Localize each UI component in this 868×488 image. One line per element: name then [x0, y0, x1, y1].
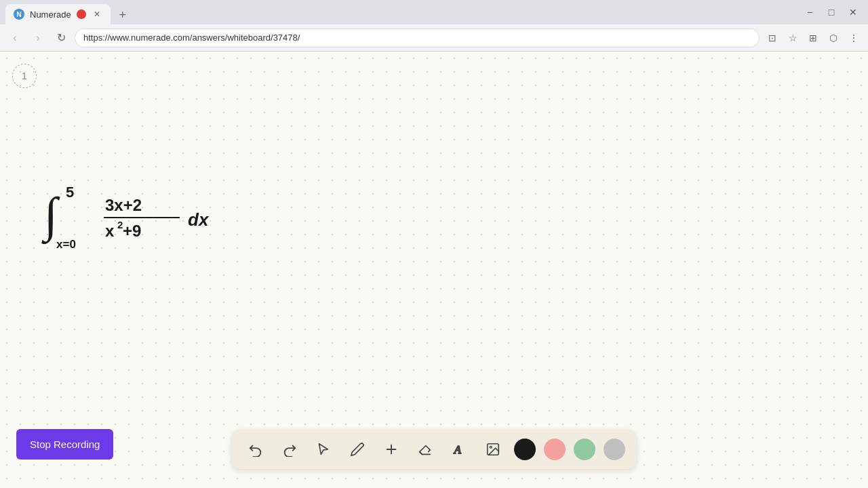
text-tool-button[interactable]: A	[446, 436, 472, 462]
forward-button[interactable]: ›	[28, 28, 47, 47]
url-bar[interactable]: https://www.numerade.com/answers/whitebo…	[75, 28, 760, 47]
pencil-tool-button[interactable]	[344, 436, 370, 462]
whiteboard-canvas[interactable]: 1 ∫ 5 x=0 3x+2 x 2 +9 dx	[0, 52, 868, 488]
menu-icon[interactable]: ⋮	[845, 29, 863, 47]
window-controls: − □ ✕	[800, 3, 863, 22]
svg-text:∫: ∫	[41, 188, 60, 245]
eraser-tool-button[interactable]	[412, 436, 438, 462]
browser-frame: N Numerade ✕ + − □ ✕ ‹ › ↻ https://www.n…	[0, 0, 868, 488]
extension-icon[interactable]: ⬡	[825, 29, 842, 47]
svg-text:dx: dx	[188, 209, 210, 230]
image-tool-button[interactable]	[480, 436, 506, 462]
tab-favicon: N	[14, 9, 24, 20]
url-text: https://www.numerade.com/answers/whitebo…	[83, 33, 751, 43]
tab-title: Numerade	[30, 9, 71, 20]
back-button[interactable]: ‹	[5, 28, 24, 47]
active-tab[interactable]: N Numerade ✕	[5, 4, 111, 24]
color-pink[interactable]	[544, 439, 566, 460]
tab-close-button[interactable]: ✕	[92, 9, 102, 20]
new-tab-button[interactable]: +	[113, 5, 132, 24]
maximize-button[interactable]: □	[822, 3, 841, 22]
title-bar: N Numerade ✕ + − □ ✕	[0, 0, 868, 24]
redo-button[interactable]	[277, 436, 302, 462]
svg-text:3x+2: 3x+2	[105, 196, 142, 214]
cast-icon[interactable]: ⊡	[764, 29, 781, 47]
math-formula: ∫ 5 x=0 3x+2 x 2 +9 dx	[37, 177, 241, 261]
svg-text:+9: +9	[123, 222, 141, 240]
minimize-button[interactable]: −	[800, 3, 819, 22]
svg-text:A: A	[454, 443, 462, 456]
select-icon	[316, 442, 331, 457]
recording-dot	[77, 9, 86, 19]
add-icon	[384, 442, 399, 457]
tab-bar: N Numerade ✕ +	[5, 0, 132, 24]
text-icon: A	[452, 442, 467, 457]
color-black[interactable]	[514, 439, 536, 460]
undo-button[interactable]	[243, 436, 269, 462]
bookmark-icon[interactable]: ☆	[784, 29, 802, 47]
redo-icon	[282, 442, 297, 457]
image-icon	[486, 442, 500, 457]
eraser-icon	[418, 442, 433, 457]
toolbar: A	[232, 430, 636, 469]
svg-text:x=0: x=0	[56, 238, 76, 251]
select-tool-button[interactable]	[311, 436, 336, 462]
svg-point-13	[490, 446, 492, 448]
color-gray[interactable]	[604, 439, 625, 460]
close-button[interactable]: ✕	[844, 3, 863, 22]
address-bar: ‹ › ↻ https://www.numerade.com/answers/w…	[0, 24, 868, 52]
svg-text:x: x	[105, 222, 115, 240]
address-icons: ⊡ ☆ ⊞ ⬡ ⋮	[764, 29, 863, 47]
color-green[interactable]	[574, 439, 595, 460]
pencil-icon	[350, 442, 365, 457]
add-tool-button[interactable]	[378, 436, 404, 462]
page-number: 1	[12, 64, 37, 88]
undo-icon	[248, 442, 263, 457]
svg-text:5: 5	[66, 184, 74, 201]
refresh-button[interactable]: ↻	[52, 28, 71, 47]
stop-recording-button[interactable]: Stop Recording	[16, 429, 113, 460]
screenshot-icon[interactable]: ⊞	[804, 29, 822, 47]
